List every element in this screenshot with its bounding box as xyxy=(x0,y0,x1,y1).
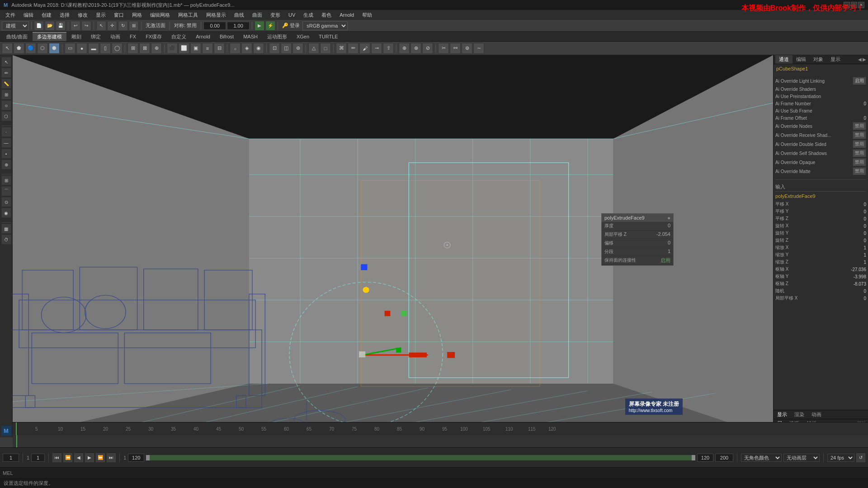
menu-uv[interactable]: UV xyxy=(285,11,299,19)
attr-pivotx-val[interactable]: -27.036 xyxy=(844,267,866,272)
color-mode-dropdown[interactable]: 无角色颜色 xyxy=(741,454,782,462)
menu-arnold[interactable]: Arnold xyxy=(336,11,358,19)
attr-sx-val[interactable]: 1 xyxy=(844,245,866,250)
connect-icon[interactable]: ⚯ xyxy=(450,43,461,54)
tab-mash[interactable]: MASH xyxy=(239,33,262,40)
smooth-icon[interactable]: ⌘ xyxy=(336,43,347,54)
uv-unfold-icon[interactable]: ⊗ xyxy=(410,43,421,54)
open-scene-button[interactable]: 📂 xyxy=(45,21,55,31)
uvmap-btn[interactable]: ⊕ xyxy=(1,160,11,169)
face-comp-btn[interactable]: ▪ xyxy=(1,149,11,159)
rb-tab-animation[interactable]: 动画 xyxy=(808,410,825,419)
menu-generate[interactable]: 生成 xyxy=(300,11,317,19)
undo-button[interactable]: ↩ xyxy=(71,21,80,31)
refresh-btn[interactable]: ↺ xyxy=(856,453,865,462)
tab-custom[interactable]: 自定义 xyxy=(167,32,191,41)
menu-shade[interactable]: 着色 xyxy=(318,11,335,19)
relax-icon[interactable]: ∼ xyxy=(473,43,484,54)
menu-surfaces[interactable]: 曲面 xyxy=(249,11,266,19)
right-panel-left-arrow[interactable]: ◀ xyxy=(858,57,862,62)
select-tool[interactable]: ↖ xyxy=(96,21,106,31)
right-tab-channel[interactable]: 通道 xyxy=(775,55,793,64)
append-poly-icon[interactable]: ⊡ xyxy=(269,43,280,54)
attr-selfshadow-val[interactable]: 禁用 xyxy=(853,149,866,157)
bridge-icon[interactable]: ⬜ xyxy=(179,43,189,54)
tab-turtle[interactable]: TURTLE xyxy=(314,33,343,40)
menu-deform[interactable]: 变形 xyxy=(267,11,284,19)
attr-pivotz-val[interactable]: -8.073 xyxy=(844,282,866,286)
paint-select-icon[interactable]: 🔵 xyxy=(25,43,36,54)
booleans-icon[interactable]: ⊕ xyxy=(151,43,162,54)
menu-curves[interactable]: 曲线 xyxy=(231,11,248,19)
plane-icon[interactable]: ▯ xyxy=(100,43,111,54)
scale-input[interactable] xyxy=(227,22,250,30)
extrude-close-btn[interactable]: ● xyxy=(667,215,670,221)
attr-ty-val[interactable]: 0 xyxy=(844,209,866,214)
menu-create[interactable]: 创建 xyxy=(38,11,55,19)
render-region-btn[interactable]: ▦ xyxy=(1,224,11,234)
back-btn[interactable]: ◀ xyxy=(74,453,83,462)
menu-edit-mesh[interactable]: 编辑网格 xyxy=(146,11,174,19)
sculpt-icon[interactable]: ✏ xyxy=(348,43,359,54)
play-start-btn[interactable]: ⏮ xyxy=(52,453,61,462)
attr-pivoty-val[interactable]: -3.998 xyxy=(844,274,866,279)
tab-animation[interactable]: 动画 xyxy=(106,32,125,41)
snap-curve-btn[interactable]: ⌒ xyxy=(1,186,11,196)
normals-icon[interactable]: ⇧ xyxy=(383,43,394,54)
mel-input[interactable] xyxy=(15,469,865,477)
measure-btn[interactable]: 📏 xyxy=(1,79,11,89)
offset-edgeloop-icon[interactable]: ⊟ xyxy=(214,43,225,54)
lasso-icon[interactable]: ⬟ xyxy=(14,43,24,54)
menu-display[interactable]: 显示 xyxy=(92,11,109,19)
menu-mesh[interactable]: 网格 xyxy=(128,11,146,19)
mirror-icon[interactable]: ⬦ xyxy=(230,43,241,54)
menu-mesh-display[interactable]: 网格显示 xyxy=(203,11,230,19)
attr-sz-val[interactable]: 1 xyxy=(844,260,866,265)
quadrangulate-icon[interactable]: □ xyxy=(320,43,331,54)
collapse-icon[interactable]: ⊛ xyxy=(292,43,303,54)
attr-recvshad-val[interactable]: 禁用 xyxy=(853,131,866,139)
colorspace-dropdown[interactable]: sRGB gamma xyxy=(302,21,348,30)
frame-input2[interactable] xyxy=(31,454,45,462)
tab-sculpt[interactable]: 雕刻 xyxy=(67,32,86,41)
tab-fx-cache[interactable]: FX缓存 xyxy=(141,32,166,41)
tab-curves-surfaces[interactable]: 曲线/曲面 xyxy=(2,32,32,41)
scale-tool[interactable]: ⊞ xyxy=(129,21,139,31)
menu-file[interactable]: 文件 xyxy=(2,11,19,19)
tab-bifrost[interactable]: Bifrost xyxy=(215,33,238,40)
render-btn[interactable]: ▶ xyxy=(255,21,264,31)
soft-sel-btn[interactable]: ⌾ xyxy=(1,100,11,110)
bevel-icon[interactable]: ▣ xyxy=(190,43,201,54)
menu-select[interactable]: 选择 xyxy=(56,11,73,19)
attr-tx-val[interactable]: 0 xyxy=(844,202,866,207)
fps-dropdown[interactable]: 24 fps xyxy=(827,454,854,462)
right-tab-edit[interactable]: 编辑 xyxy=(793,55,810,64)
attr-sy-val[interactable]: 1 xyxy=(844,253,866,258)
soft-select-icon[interactable]: ⬡ xyxy=(37,43,48,54)
paint-btn[interactable]: ✏ xyxy=(1,68,11,78)
max-frame-input[interactable] xyxy=(715,454,733,462)
fill-hole-icon[interactable]: ◫ xyxy=(281,43,292,54)
save-scene-button[interactable]: 💾 xyxy=(56,21,66,31)
snap-point-btn[interactable]: ⊙ xyxy=(1,197,11,207)
rb-tab-display[interactable]: 显示 xyxy=(774,410,791,419)
attr-matte-val[interactable]: 禁用 xyxy=(853,167,866,175)
tab-polygon-modeling[interactable]: 多边形建模 xyxy=(33,32,66,41)
move-tool[interactable]: ✛ xyxy=(107,21,117,31)
select-mode-btn[interactable]: ↖ xyxy=(1,57,11,67)
timeline-bar[interactable] xyxy=(13,435,868,448)
attr-nodes-val[interactable]: 禁用 xyxy=(853,122,866,130)
duplicate-face-icon[interactable]: ◉ xyxy=(253,43,264,54)
poly-select-icon[interactable]: ⬢ xyxy=(49,43,60,54)
box-icon[interactable]: ▭ xyxy=(65,43,75,54)
attr-localtx-val[interactable]: 0 xyxy=(844,296,866,301)
snap-surface-btn[interactable]: ◉ xyxy=(1,208,11,218)
separate-icon[interactable]: ⊠ xyxy=(139,43,150,54)
menu-modify[interactable]: 修改 xyxy=(74,11,91,19)
attr-rx-val[interactable]: 0 xyxy=(844,224,866,229)
attr-override-light-val[interactable]: 启用 xyxy=(853,77,866,85)
range-slider[interactable] xyxy=(146,455,695,460)
range-end-input[interactable] xyxy=(128,454,144,462)
target-weld-icon[interactable]: ⊚ xyxy=(462,43,472,54)
uv-layout-icon[interactable]: ⊘ xyxy=(422,43,433,54)
